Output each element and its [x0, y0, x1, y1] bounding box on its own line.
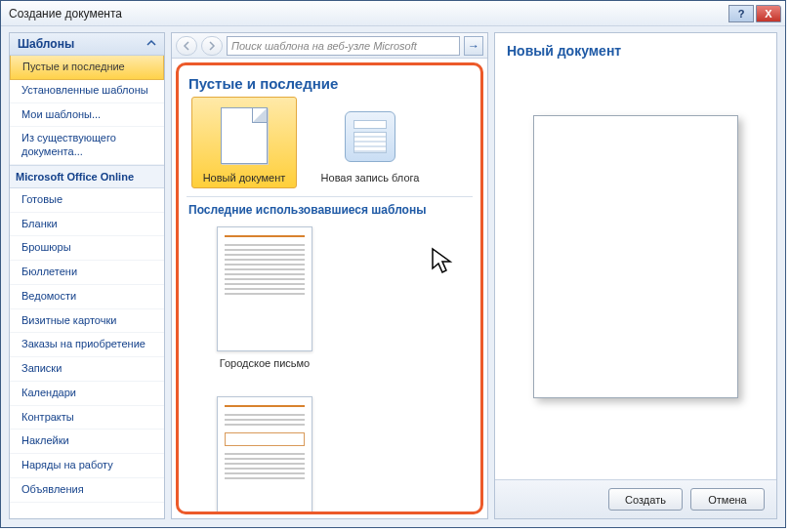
- content-area: Шаблоны Пустые и последние Установленные…: [1, 26, 785, 527]
- tile-new-document[interactable]: Новый документ: [191, 97, 297, 188]
- preview-body: [495, 62, 776, 479]
- sidebar-item-online-0[interactable]: Готовые: [10, 188, 164, 213]
- title-controls: ? X: [727, 5, 781, 22]
- tile-label: Новая запись блога: [317, 172, 423, 184]
- sidebar-item-online-11[interactable]: Наряды на работу: [10, 454, 164, 478]
- sidebar-item-online-2[interactable]: Брошюры: [10, 236, 164, 261]
- arrow-left-icon: [182, 41, 191, 51]
- sidebar-item-online-1[interactable]: Бланки: [10, 213, 164, 237]
- nav-back-button[interactable]: [176, 36, 197, 56]
- sidebar-item-online-4[interactable]: Ведомости: [10, 285, 164, 309]
- template-thumb: [217, 226, 312, 351]
- tile-label: Новый документ: [192, 172, 296, 184]
- dialog-window: Создание документа ? X Шаблоны Пустые и …: [0, 0, 786, 528]
- sidebar-item-installed[interactable]: Установленные шаблоны: [10, 79, 164, 103]
- recent-item-0[interactable]: Городское письмо: [196, 226, 333, 369]
- nav-forward-button[interactable]: [201, 36, 223, 56]
- recent-item-1[interactable]: Обычный отчет: [196, 396, 333, 514]
- blog-icon: [345, 111, 395, 162]
- tile-new-blog[interactable]: Новая запись блога: [317, 102, 423, 188]
- sidebar-header-label: Шаблоны: [18, 37, 74, 51]
- toolbar: Поиск шаблона на веб-узле Microsoft →: [172, 33, 487, 59]
- arrow-right-icon: [207, 41, 217, 51]
- sidebar-item-blank-recent[interactable]: Пустые и последние: [10, 56, 164, 80]
- sidebar-item-online-12[interactable]: Объявления: [10, 478, 164, 503]
- search-input[interactable]: Поиск шаблона на веб-узле Microsoft: [227, 36, 460, 56]
- close-button[interactable]: X: [756, 5, 781, 22]
- sidebar-header[interactable]: Шаблоны: [10, 33, 164, 56]
- sidebar-item-online-7[interactable]: Записки: [10, 357, 164, 382]
- search-go-button[interactable]: →: [464, 36, 483, 56]
- highlighted-region: Пустые и последние Новый документ Новая …: [176, 62, 483, 514]
- tile-row: Новый документ Новая запись блога: [187, 100, 473, 194]
- titlebar[interactable]: Создание документа ? X: [1, 1, 785, 26]
- preview-panel: Новый документ Создать Отмена: [494, 32, 777, 519]
- search-placeholder: Поиск шаблона на веб-узле Microsoft: [231, 40, 417, 52]
- sidebar-item-online-3[interactable]: Бюллетени: [10, 261, 164, 285]
- sidebar-item-online-9[interactable]: Контракты: [10, 406, 164, 430]
- chevron-up-icon: [146, 37, 156, 51]
- create-button[interactable]: Создать: [608, 488, 683, 511]
- preview-title: Новый документ: [495, 33, 776, 62]
- blank-page-preview: [533, 115, 738, 398]
- sidebar: Шаблоны Пустые и последние Установленные…: [9, 32, 165, 519]
- sidebar-item-my-templates[interactable]: Мои шаблоны...: [10, 103, 164, 128]
- sidebar-item-online-6[interactable]: Заказы на приобретение: [10, 333, 164, 357]
- help-button[interactable]: ?: [728, 5, 754, 22]
- cancel-button[interactable]: Отмена: [690, 488, 765, 511]
- sidebar-item-online-5[interactable]: Визитные карточки: [10, 309, 164, 334]
- sidebar-item-from-existing[interactable]: Из существующего документа...: [10, 127, 164, 165]
- recent-title: Последние использовавшиеся шаблоны: [187, 196, 473, 223]
- main-panel: Поиск шаблона на веб-узле Microsoft → Пу…: [171, 32, 488, 519]
- window-title: Создание документа: [9, 7, 727, 20]
- sidebar-list[interactable]: Пустые и последние Установленные шаблоны…: [10, 56, 164, 518]
- document-icon: [219, 105, 270, 166]
- template-thumb: [217, 396, 312, 514]
- button-bar: Создать Отмена: [495, 479, 776, 518]
- sidebar-item-online-10[interactable]: Наклейки: [10, 430, 164, 454]
- sidebar-section-online: Microsoft Office Online: [10, 165, 164, 188]
- recent-label: Городское письмо: [196, 357, 333, 369]
- recent-row: Городское письмо Обычный отчет: [187, 223, 473, 514]
- section-title: Пустые и последние: [187, 71, 473, 100]
- sidebar-item-online-8[interactable]: Календари: [10, 382, 164, 406]
